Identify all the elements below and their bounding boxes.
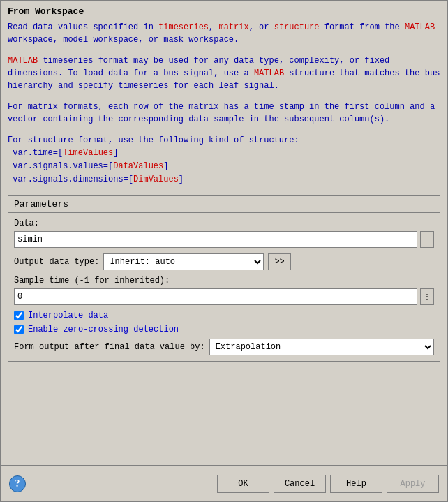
help-circle-icon[interactable]: ?: [9, 475, 26, 492]
apply-button[interactable]: Apply: [387, 475, 439, 493]
dialog-container: From Workspace Read data values specifie…: [0, 0, 448, 502]
keyword-timeseries: timeseries: [158, 22, 209, 32]
form-output-label: Form output after final data value by:: [14, 342, 205, 352]
interpolate-checkbox[interactable]: [14, 311, 24, 320]
arrow-button[interactable]: >>: [268, 253, 290, 270]
from-workspace-title: From Workspace: [8, 6, 440, 17]
output-type-row: Output data type: Inherit: auto double s…: [14, 253, 434, 270]
description-text-3: For matrix formats, each row of the matr…: [8, 102, 435, 124]
data-icon-button[interactable]: ⋮: [420, 231, 434, 248]
keyword-matlab: MATLAB: [405, 22, 435, 32]
data-input[interactable]: [14, 231, 417, 248]
interpolate-label[interactable]: Interpolate data: [28, 311, 108, 320]
data-label: Data:: [14, 219, 434, 228]
ok-button[interactable]: OK: [217, 475, 269, 493]
zero-crossing-row: Enable zero-crossing detection: [14, 325, 434, 334]
form-output-dropdown[interactable]: Extrapolation Cyclic Repetition Setting …: [209, 339, 434, 355]
to-keyword: To: [68, 68, 77, 78]
description-text-4: For structure format, use the following …: [8, 135, 299, 145]
output-type-label: Output data type:: [14, 257, 99, 267]
keyword-matlab2: MATLAB: [8, 56, 38, 66]
code-line-1: var.time=[TimeValues]: [8, 148, 118, 158]
code-line-3: var.signals.dimensions=[DimValues]: [8, 175, 184, 184]
description-text-2: MATLAB timeseries format may be used for…: [8, 56, 440, 91]
output-type-dropdown[interactable]: Inherit: auto double single int8 int16 i…: [103, 253, 264, 270]
parameters-content: Data: ⋮ Output data type: Inherit: auto …: [8, 213, 440, 361]
keyword-matlab3: MATLAB: [254, 68, 284, 78]
description-para1: Read data values specified in timeseries…: [8, 21, 440, 46]
data-input-row: ⋮: [14, 231, 434, 248]
keyword-structure: structure: [274, 22, 320, 32]
description-para2: MATLAB timeseries format may be used for…: [8, 54, 440, 92]
keyword-matrix: matrix: [218, 22, 248, 32]
bottom-buttons: OK Cancel Help Apply: [217, 475, 439, 493]
sample-time-icon-button[interactable]: ⋮: [420, 288, 434, 305]
code-line-2: var.signals.values=[DataValues]: [8, 161, 168, 171]
cancel-button[interactable]: Cancel: [274, 475, 326, 493]
description-para4: For structure format, use the following …: [8, 134, 440, 187]
zero-crossing-checkbox[interactable]: [14, 325, 24, 334]
scroll-area[interactable]: From Workspace Read data values specifie…: [1, 1, 447, 465]
help-icon-container: ?: [9, 475, 26, 492]
zero-crossing-label[interactable]: Enable zero-crossing detection: [28, 325, 179, 334]
bottom-bar: ? OK Cancel Help Apply: [1, 465, 447, 501]
parameters-title: Parameters: [8, 196, 440, 213]
interpolate-row: Interpolate data: [14, 311, 434, 320]
description-text-1: Read data values specified in timeseries…: [8, 22, 435, 45]
help-button[interactable]: Help: [330, 475, 382, 493]
form-output-row: Form output after final data value by: E…: [14, 339, 434, 355]
description-para3: For matrix formats, each row of the matr…: [8, 101, 440, 126]
sample-time-label: Sample time (-1 for inherited):: [14, 276, 434, 286]
parameters-section: Parameters Data: ⋮ Output data type: Inh…: [8, 195, 440, 362]
sample-time-input-row: ⋮: [14, 288, 434, 305]
sample-time-input[interactable]: [14, 288, 417, 305]
